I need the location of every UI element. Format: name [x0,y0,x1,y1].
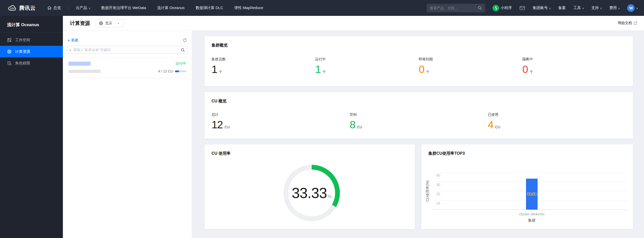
filter-dropdown-icon[interactable] [70,48,71,52]
gridline-40 [434,172,628,173]
stat-value: 8 [350,120,355,130]
topbar-right: 小程序 集团账号 备案 工具 支持 费用 W [427,4,638,12]
bar-value-label: 33.33 [527,192,536,196]
x-category-label: cluster-3iinkvmu [502,212,562,216]
region-select[interactable]: 北京 [96,19,124,27]
sidebar-item-compute-resources[interactable]: 计算资源 [0,46,63,57]
tencent-cloud-logo-icon [8,5,17,11]
topbar-tools[interactable]: 工具 [573,6,584,10]
mail-icon[interactable] [519,6,525,10]
brand[interactable]: 腾讯云 [8,5,36,12]
cluster-cu-usage-text: 4 / 12 CU [158,69,173,73]
sidebar-item-workspace[interactable]: 工作空间 [0,34,63,46]
card-title: CU 使用率 [212,151,408,156]
cluster-search-box[interactable] [67,46,188,54]
miniprogram-icon [493,5,499,11]
hexagon-resource-icon [7,49,12,54]
y-tick-label: 20 [436,192,440,196]
donut-value: 33.33 [292,184,327,201]
avatar[interactable]: W [627,4,635,12]
topbar-support[interactable]: 支持 [591,6,602,10]
card-title: CU 概览 [212,99,626,104]
page-title: 计算资源 [70,20,90,27]
home-icon [47,6,52,10]
page-header: 计算资源 北京 帮助文档 [63,16,644,31]
shield-role-icon [7,61,12,65]
donut-unit: % [328,194,332,199]
sidebar-item-role-permissions[interactable]: 角色权限 [0,57,63,69]
cluster-list-item[interactable]: 运行中 4 / 12 CU [67,57,188,78]
stat-value: 1 [212,64,217,75]
stat-total-clusters: 集群总数 1 个 [212,57,315,75]
bar-chart-plot-area: 40 30 20 10 33.33 cluster-3iinkvmu 集群 [434,172,628,210]
chevron-down-icon [636,6,638,10]
cluster-status-badge: 运行中 [176,61,186,66]
topbar-search-input[interactable] [430,6,478,10]
cluster-overview-card: 集群概览 集群总数 1 个 运行中 1 [205,36,633,86]
sidebar-title: 流计算 Oceanus [0,16,63,32]
globe-icon [99,21,103,25]
stat-value: 0 [419,64,424,75]
cluster-name-redacted [68,62,91,66]
cluster-cu-progress-bar [175,70,186,72]
cluster-cu-top3-card: 集群CU使用率TOP3 CU使用率(%) 40 30 20 10 [421,144,633,229]
card-title: 集群CU使用率TOP3 [428,151,626,156]
topbar-nav-cloud-products[interactable]: 云产品 [76,6,90,10]
topbar-nav-dlc[interactable]: 数据湖计算 DLC [196,6,223,10]
cluster-cu-progress-fill [175,70,179,72]
chevron-down-icon [600,6,602,10]
cu-overview-card: CU 概览 总计 12 CU 空闲 8 [205,92,633,139]
search-icon[interactable] [478,6,482,10]
stat-expiring-clusters: 即将到期 0 个 [419,57,522,75]
stat-total-cu: 总计 12 CU [212,112,350,130]
y-tick-label: 10 [436,201,440,205]
stat-value: 12 [212,120,223,130]
stat-value: 4 [488,120,493,130]
main: 计算资源 北京 帮助文档 [63,16,644,238]
stat-value: 0 [522,64,528,75]
topbar-miniprogram[interactable]: 小程序 [493,5,512,11]
chevron-down-icon [89,6,90,10]
topbar-group-account[interactable]: 集团账号 [533,6,551,10]
cluster-id-redacted [68,70,101,73]
topbar-nav-wedata[interactable]: 数据开发治理平台 WeData [101,6,146,10]
brand-name: 腾讯云 [19,5,36,12]
topbar-nav-overview[interactable]: 总览 [47,6,61,10]
cu-usage-rate-card: CU 使用率 33.33 % [205,144,415,229]
sidebar: 流计算 Oceanus 工作空间 [0,16,63,238]
topbar-divider [68,6,69,11]
dashboard-cards: 集群概览 集群总数 1 个 运行中 1 [192,31,644,238]
stat-running-clusters: 运行中 1 个 [315,57,419,75]
chevron-down-icon [582,6,584,10]
chevron-down-icon [118,21,119,25]
refresh-icon[interactable] [183,38,187,43]
topbar: 腾讯云 总览 云产品 数据开发治理平台 WeData 流计算 Oceanus 数… [0,0,644,16]
grid-icon [7,38,12,42]
cluster-list-panel: 新建 [63,31,192,238]
topbar-icp[interactable]: 备案 [558,6,566,10]
bar-chart-x-axis-title: 集群 [502,218,562,223]
stat-isolated-clusters: 隔离中 0 个 [522,57,626,75]
bar-chart-y-axis-title: CU使用率(%) [425,180,430,202]
topbar-search[interactable] [427,4,485,12]
card-title: 集群概览 [212,43,626,48]
y-tick-label: 40 [436,173,440,177]
x-tick-mark [532,210,532,211]
topbar-account[interactable]: W [627,4,638,12]
cu-usage-donut: 33.33 % [284,165,340,221]
y-tick-label: 30 [436,183,440,187]
cluster-search-input[interactable] [73,48,179,52]
chevron-down-icon [618,6,620,10]
help-doc-link[interactable]: 帮助文档 [618,21,637,25]
plus-icon [67,38,70,43]
region-value: 北京 [105,21,112,25]
stat-idle-cu: 空闲 8 CU [350,112,488,130]
topbar-nav-oceanus[interactable]: 流计算 Oceanus [157,6,185,10]
create-cluster-button[interactable]: 新建 [67,38,78,43]
topbar-nav-mapreduce[interactable]: 弹性 MapReduce [234,6,263,10]
stat-value: 1 [315,64,321,75]
chevron-down-icon [549,6,551,10]
topbar-billing[interactable]: 费用 [609,6,620,10]
search-icon[interactable] [181,48,185,52]
external-link-icon [633,21,637,25]
